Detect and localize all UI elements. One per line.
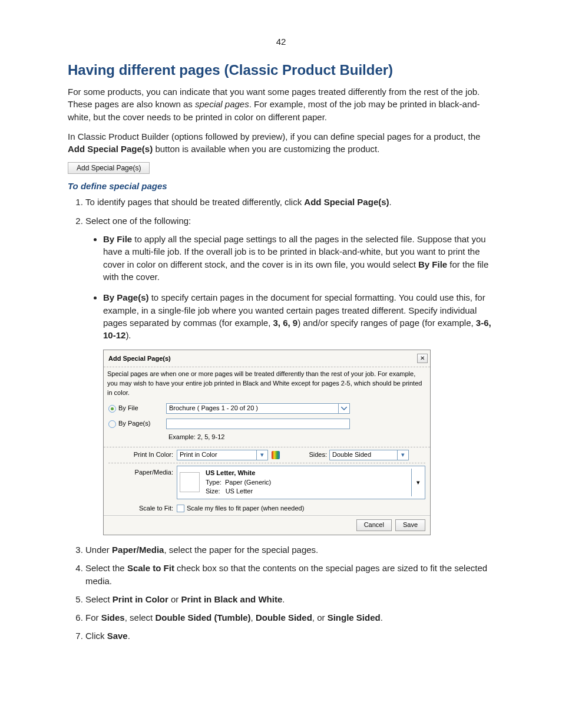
- chevron-down-icon: ▾: [411, 469, 425, 496]
- text: In Classic Product Builder (options foll…: [68, 131, 480, 141]
- add-special-pages-button: Add Special Page(s): [68, 162, 150, 174]
- pages-input[interactable]: [166, 419, 350, 429]
- row-by-file: By File Brochure ( Pages 1 - 20 of 20 ): [104, 401, 430, 416]
- text: Select: [85, 594, 113, 604]
- radio-by-pages[interactable]: By Page(s): [108, 419, 166, 429]
- paper-media-chooser[interactable]: US Letter, White Type: Paper (Generic) S…: [177, 466, 425, 499]
- save-button[interactable]: Save: [395, 519, 425, 531]
- row-print-color: Print In Color: Print in Color ▾ Sides: …: [104, 447, 430, 463]
- combo-value: Print in Color: [180, 450, 256, 460]
- steps-list: To identify pages that should be treated…: [68, 196, 494, 642]
- text: For: [85, 612, 101, 622]
- chevron-down-icon: ▾: [397, 450, 408, 460]
- text: ) and/or specify ranges of page (for exa…: [297, 318, 476, 328]
- sides-label: Sides:: [297, 450, 327, 460]
- text-bold: 3, 6, 9: [273, 318, 297, 328]
- media-swatch: [180, 472, 200, 492]
- chevron-down-icon: [338, 404, 349, 413]
- bullet-by-pages: By Page(s) to specify certain pages in t…: [103, 291, 494, 341]
- bullet-by-file: By File to apply all the special page se…: [103, 233, 494, 283]
- text: Under: [85, 545, 112, 555]
- text: , select the paper for the special pages…: [164, 545, 318, 555]
- text: .: [389, 197, 392, 207]
- pages-example: Example: 2, 5, 9-12: [104, 431, 430, 447]
- media-text: US Letter, White Type: Paper (Generic) S…: [206, 469, 271, 496]
- row-scale-to-fit: Scale to Fit: Scale my files to fit pape…: [104, 502, 430, 516]
- text-bold: Scale to Fit: [127, 563, 174, 573]
- media-size-value: US Letter: [226, 487, 253, 495]
- radio-label: By File: [118, 404, 138, 413]
- step-2-bullets: By File to apply all the special page se…: [85, 233, 494, 341]
- step-3: Under Paper/Media, select the paper for …: [85, 543, 494, 556]
- row-by-pages: By Page(s): [104, 416, 430, 431]
- step-4: Select the Scale to Fit check box so tha…: [85, 562, 494, 587]
- text-bold: Add Special Page(s): [304, 197, 389, 207]
- text-bold: Single Sided: [328, 612, 381, 622]
- text-bold: By File: [418, 259, 447, 269]
- text-bold: Double Sided (Tumble): [155, 612, 250, 622]
- page-number: 42: [0, 37, 562, 47]
- cancel-button[interactable]: Cancel: [356, 519, 392, 531]
- text-bold: Print in Color: [113, 594, 168, 604]
- text: ).: [125, 330, 131, 340]
- scale-checkbox[interactable]: [177, 505, 184, 512]
- row-paper-media: Paper/Media: US Letter, White Type: Pape…: [104, 463, 430, 502]
- scale-label: Scale to Fit:: [108, 504, 177, 513]
- step-6: For Sides, select Double Sided (Tumble),…: [85, 611, 494, 624]
- text-bold: Print in Black and White: [181, 594, 283, 604]
- text: Click: [85, 631, 107, 641]
- color-chip-icon: [272, 451, 280, 459]
- text: button is available when you are customi…: [153, 144, 379, 154]
- text-bold: By File: [103, 234, 132, 244]
- combo-value: Double Sided: [332, 450, 397, 460]
- chevron-down-icon: ▾: [256, 450, 267, 460]
- text-bold: Paper/Media: [112, 545, 164, 555]
- text: ,: [251, 612, 256, 622]
- sides-combo[interactable]: Double Sided ▾: [329, 450, 409, 460]
- dialog-footer: Cancel Save: [104, 515, 430, 535]
- paper-media-label: Paper/Media:: [108, 466, 177, 477]
- step-7: Click Save.: [85, 630, 494, 642]
- media-type-label: Type:: [206, 479, 222, 486]
- procedure-heading: To define special pages: [68, 181, 494, 191]
- intro-paragraph-1: For some products, you can indicate that…: [68, 85, 494, 123]
- dialog-title: Add Special Page(s): [108, 354, 171, 364]
- intro-paragraph-2: In Classic Product Builder (options foll…: [68, 130, 494, 156]
- text: Select one of the following:: [85, 216, 191, 226]
- dialog-description: Special pages are when one or more pages…: [104, 367, 430, 401]
- step-2: Select one of the following: By File to …: [85, 215, 494, 535]
- file-combo[interactable]: Brochure ( Pages 1 - 20 of 20 ): [166, 403, 350, 414]
- add-special-pages-dialog: Add Special Page(s) ✕ Special pages are …: [103, 350, 431, 535]
- media-size-label: Size:: [206, 487, 220, 495]
- step-5: Select Print in Color or Print in Black …: [85, 593, 494, 605]
- text: , select: [125, 612, 156, 622]
- print-color-label: Print In Color:: [108, 450, 177, 460]
- text: Select the: [85, 563, 127, 573]
- text: .: [381, 612, 383, 622]
- dialog-titlebar: Add Special Page(s) ✕: [104, 350, 430, 367]
- text-bold: Save: [107, 631, 128, 641]
- text: .: [282, 594, 285, 604]
- scale-checkbox-label: Scale my files to fit paper (when needed…: [187, 504, 304, 513]
- text: To identify pages that should be treated…: [85, 197, 304, 207]
- radio-icon: [108, 420, 116, 428]
- text-bold: By Page(s): [103, 292, 149, 302]
- text-italic: special pages: [195, 99, 249, 109]
- media-type-value: Paper (Generic): [225, 479, 271, 486]
- step-1: To identify pages that should be treated…: [85, 196, 494, 208]
- text: , or: [312, 612, 328, 622]
- radio-by-file[interactable]: By File: [108, 404, 166, 413]
- combo-value: Brochure ( Pages 1 - 20 of 20 ): [169, 404, 338, 413]
- radio-icon: [108, 405, 116, 413]
- section-heading: Having different pages (Classic Product …: [68, 62, 494, 78]
- text: .: [128, 631, 130, 641]
- media-title: US Letter, White: [206, 469, 271, 478]
- radio-label: By Page(s): [118, 419, 150, 429]
- close-icon[interactable]: ✕: [417, 354, 428, 363]
- print-color-combo[interactable]: Print in Color ▾: [177, 450, 268, 460]
- text: or: [168, 594, 181, 604]
- text-bold: Sides: [101, 612, 125, 622]
- text-bold: Double Sided: [256, 612, 312, 622]
- text-bold: Add Special Page(s): [68, 144, 153, 154]
